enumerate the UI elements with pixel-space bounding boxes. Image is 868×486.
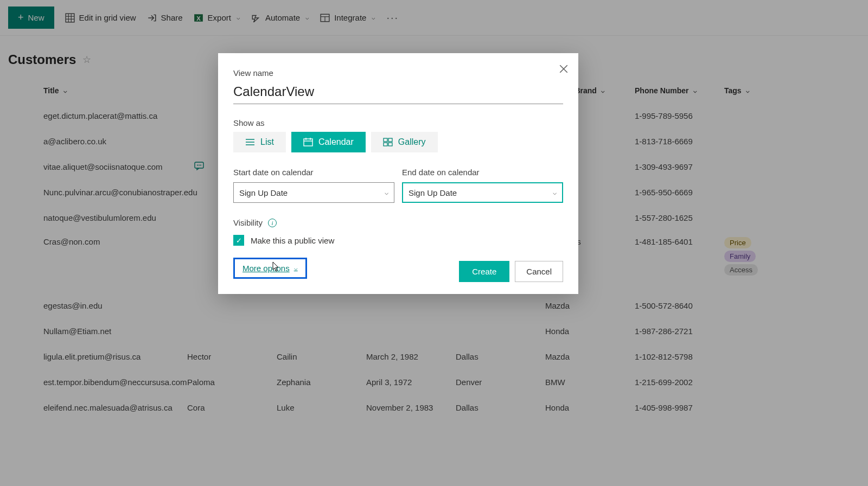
create-button[interactable]: Create (459, 261, 509, 282)
show-as-list-button[interactable]: List (233, 132, 286, 152)
start-date-label: Start date on calendar (233, 168, 394, 177)
show-as-calendar-button[interactable]: Calendar (291, 132, 366, 152)
start-date-value: Sign Up Date (239, 188, 288, 197)
cancel-button[interactable]: Cancel (515, 261, 563, 282)
chevron-down-icon: ⌵ (553, 189, 557, 196)
list-icon (245, 138, 255, 146)
show-as-group: List Calendar Gallery (233, 132, 563, 152)
visibility-label: Visibility (233, 218, 263, 227)
start-date-dropdown[interactable]: Sign Up Date ⌵ (233, 182, 394, 203)
more-options-link[interactable]: More options ⌵ (242, 264, 298, 273)
view-name-input[interactable] (233, 82, 563, 104)
show-as-label: Show as (233, 118, 563, 127)
end-date-label: End date on calendar (402, 168, 563, 177)
gallery-option-label: Gallery (398, 137, 426, 147)
svg-rect-23 (384, 138, 387, 142)
close-button[interactable] (559, 63, 569, 77)
chevron-down-icon: ⌵ (294, 265, 298, 272)
list-option-label: List (260, 137, 274, 147)
end-date-value: Sign Up Date (409, 188, 457, 197)
svg-rect-19 (304, 139, 312, 146)
svg-rect-25 (384, 143, 387, 146)
calendar-option-label: Calendar (318, 137, 354, 147)
calendar-icon (303, 138, 313, 146)
public-view-label: Make this a public view (251, 236, 334, 245)
info-icon[interactable]: i (268, 219, 277, 227)
chevron-down-icon: ⌵ (385, 189, 388, 196)
more-options-highlight: More options ⌵ (233, 258, 307, 279)
create-view-modal: View name Show as List Calendar Gallery … (218, 53, 578, 294)
end-date-dropdown[interactable]: Sign Up Date ⌵ (402, 182, 563, 203)
svg-rect-26 (388, 143, 392, 146)
more-options-label: More options (242, 264, 290, 273)
show-as-gallery-button[interactable]: Gallery (371, 132, 438, 152)
gallery-icon (383, 138, 393, 146)
public-view-checkbox-row[interactable]: ✓ Make this a public view (233, 235, 563, 246)
close-icon (559, 64, 569, 74)
svg-rect-24 (388, 138, 392, 142)
view-name-label: View name (233, 68, 563, 78)
checkbox-checked-icon: ✓ (233, 235, 244, 246)
